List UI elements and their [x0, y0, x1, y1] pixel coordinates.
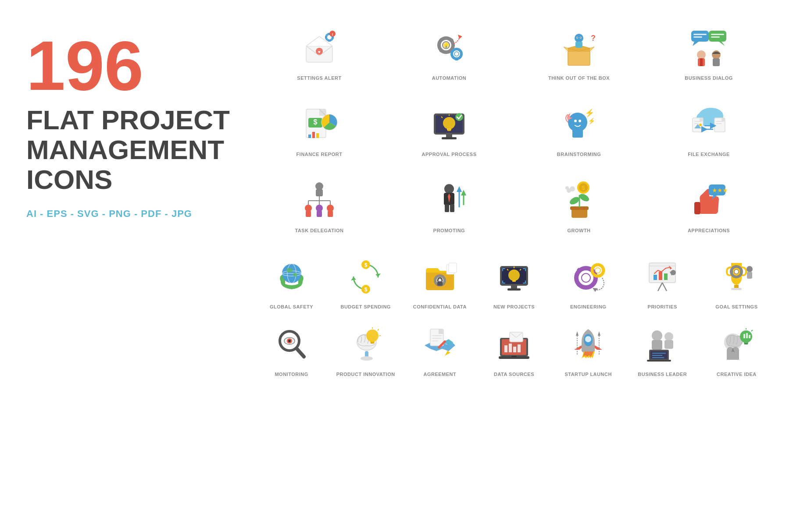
svg-rect-244 [746, 333, 748, 338]
svg-rect-25 [455, 58, 458, 60]
svg-text:⚡: ⚡ [588, 117, 596, 125]
growth-icon: $ [557, 179, 601, 223]
icon-item-promoting: PROMOTING [384, 170, 514, 238]
settings-alert-icon: ♥ ! [297, 26, 341, 70]
svg-rect-55 [308, 135, 311, 138]
growth-label: GROWTH [567, 228, 590, 233]
brainstorming-label: BRAINSTORMING [557, 152, 601, 157]
svg-marker-30 [458, 35, 462, 39]
svg-marker-209 [443, 350, 450, 357]
svg-rect-7 [328, 40, 331, 42]
svg-text:!: ! [332, 32, 333, 37]
svg-marker-224 [598, 331, 600, 336]
svg-point-225 [652, 330, 662, 341]
think-out-of-the-box-icon: ? [557, 26, 601, 70]
svg-rect-188 [747, 272, 752, 279]
appreciations-icon: ★ ★ ★ [687, 179, 731, 223]
automation-icon: 💡 [427, 26, 471, 70]
monitoring-label: MONITORING [275, 372, 308, 377]
svg-marker-132 [375, 273, 381, 277]
approval-process-icon [427, 103, 471, 146]
svg-marker-222 [576, 331, 579, 336]
svg-rect-155 [584, 286, 588, 289]
svg-text:?: ? [591, 34, 596, 43]
svg-rect-175 [664, 273, 668, 280]
svg-rect-71 [572, 129, 583, 138]
svg-point-69 [455, 113, 463, 121]
svg-rect-239 [744, 343, 748, 344]
business-leader-label: BUSINESS LEADER [638, 372, 687, 377]
settings-alert-label: SETTINGS ALERT [297, 75, 341, 81]
svg-rect-148 [512, 280, 516, 282]
svg-rect-226 [652, 340, 662, 350]
svg-point-196 [366, 330, 379, 342]
svg-line-200 [378, 329, 379, 330]
svg-line-171 [658, 283, 662, 291]
svg-text:$: $ [364, 287, 367, 293]
svg-rect-14 [444, 37, 448, 39]
product-innovation-icon [344, 323, 388, 366]
icon-item-priorities: PRIORITIES [625, 246, 700, 314]
svg-rect-26 [451, 52, 453, 56]
icons-row-3: TASK DELEGATION [254, 170, 774, 238]
icon-item-appreciations: ★ ★ ★ APPRECIATIONS [644, 170, 774, 238]
svg-rect-120 [694, 202, 700, 214]
data-sources-label: DATA SOURCES [494, 372, 534, 377]
icon-item-goal-settings: GOAL SETTINGS [700, 246, 774, 314]
svg-rect-166 [591, 269, 593, 272]
icon-item-approval-process: APPROVAL PROCESS [384, 94, 514, 161]
icon-count: 196 [26, 31, 254, 101]
svg-rect-198 [371, 342, 374, 344]
svg-rect-39 [691, 31, 709, 42]
svg-text:$: $ [364, 262, 367, 268]
svg-point-63 [443, 117, 455, 129]
icon-item-think-out-of-the-box: ? THINK OUT OF THE BOX [514, 18, 644, 85]
global-safety-label: GLOBAL SAFETY [270, 304, 313, 309]
icon-item-creative-idea: CREATIVE IDEA [700, 314, 774, 381]
svg-rect-231 [647, 360, 671, 362]
icon-item-finance-report: $ FINANCE REPORT [254, 94, 384, 161]
svg-rect-228 [664, 340, 673, 349]
svg-rect-107 [445, 204, 449, 212]
startup-launch-label: STARTUP LAUNCH [564, 372, 611, 377]
svg-point-147 [508, 270, 520, 281]
creative-idea-icon [714, 323, 758, 366]
svg-rect-56 [312, 132, 315, 138]
svg-point-75 [579, 120, 581, 122]
svg-point-38 [580, 37, 581, 38]
svg-rect-174 [659, 272, 662, 280]
formats-list: AI - EPS - SVG - PNG - PDF - JPG [26, 208, 254, 220]
svg-rect-145 [511, 286, 517, 289]
svg-point-118 [570, 186, 575, 192]
svg-point-163 [595, 268, 600, 273]
confidential-data-icon [418, 255, 462, 299]
svg-point-182 [734, 270, 739, 274]
svg-point-100 [444, 184, 454, 194]
approval-process-label: APPROVAL PROCESS [422, 152, 477, 157]
svg-rect-186 [740, 270, 742, 273]
svg-rect-65 [447, 130, 451, 131]
icon-item-global-safety: GLOBAL SAFETY [254, 246, 329, 314]
icon-item-automation: 💡 AUTOMATION [384, 18, 514, 85]
svg-rect-214 [513, 347, 516, 352]
agreement-label: AGREEMENT [423, 372, 456, 377]
icon-item-engineering: ENGINEERING [551, 246, 625, 314]
svg-line-241 [751, 330, 753, 331]
svg-rect-180 [731, 288, 742, 290]
svg-rect-146 [507, 288, 521, 291]
svg-rect-165 [596, 275, 600, 277]
icons-row-5: MONITORING [254, 314, 774, 381]
business-dialog-icon [687, 26, 731, 70]
svg-point-98 [327, 205, 334, 212]
budget-spending-icon: $ $ [344, 255, 388, 299]
svg-rect-215 [518, 344, 521, 352]
icon-item-product-innovation: PRODUCT INNOVATION [329, 314, 403, 381]
svg-point-37 [577, 37, 578, 38]
icons-row-2: $ FINANCE REPORT [254, 94, 774, 161]
appreciations-label: APPRECIATIONS [688, 228, 730, 233]
svg-rect-218 [511, 356, 517, 357]
svg-rect-108 [450, 204, 454, 212]
main-title: FLAT PROJECT MANAGEMENT ICONS [26, 105, 254, 195]
svg-rect-173 [654, 275, 657, 280]
svg-rect-8 [325, 36, 327, 39]
